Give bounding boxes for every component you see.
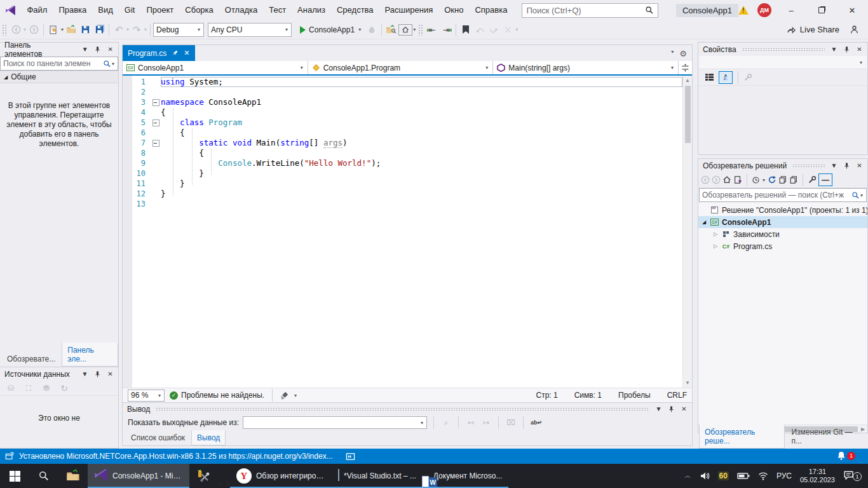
tab-program-cs[interactable]: Program.cs ✕ [123, 45, 195, 61]
properties-object-dropdown[interactable]: ▾ [699, 56, 867, 69]
output-source-dropdown[interactable]: ▾ [243, 416, 427, 429]
volume-icon[interactable] [700, 471, 710, 481]
alphabetical-sort-icon[interactable]: AZ↓ [719, 71, 733, 84]
back-icon[interactable] [701, 175, 710, 184]
fold-collapse-icon[interactable] [152, 138, 161, 148]
start-debugging-button[interactable]: ConsoleApp1 ▾ [297, 22, 365, 37]
undo-icon[interactable]: ↶ [112, 22, 126, 37]
navigate-forward-icon[interactable] [27, 22, 41, 37]
navigate-backward-icon[interactable] [9, 22, 23, 37]
search-options-caret[interactable]: ▾ [111, 61, 115, 67]
live-share-button[interactable]: Live Share [787, 25, 868, 34]
refresh-icon[interactable]: ↻ [58, 383, 70, 393]
battery-percent[interactable]: 60 [718, 471, 729, 480]
filter-caret[interactable]: ▾ [762, 177, 766, 183]
indent-decrease-icon[interactable]: ⇤ [425, 22, 439, 37]
search-icon[interactable] [103, 60, 111, 68]
code-health-indicator[interactable]: ✓ Проблемы не найдены. [170, 391, 264, 400]
previous-bookmark-icon[interactable]: ⤺ [473, 22, 487, 37]
search-icon[interactable] [851, 191, 860, 200]
menu-item[interactable]: Средства [331, 5, 379, 15]
notifications-bell[interactable]: 1 [836, 451, 863, 463]
close-icon[interactable]: ✕ [679, 405, 689, 412]
open-file-icon[interactable] [64, 22, 78, 37]
code-text[interactable]: static void Main(string[] args) [161, 138, 682, 148]
platform-dropdown[interactable]: Any CPU▾ [208, 23, 292, 37]
taskbar-app-isaac[interactable] [217, 464, 230, 488]
fold-collapse-icon[interactable] [152, 97, 161, 107]
bookmark-caret[interactable]: ▾ [515, 27, 519, 32]
status-message[interactable]: Установлено Microsoft.NETCore.App.Host.w… [19, 452, 333, 461]
code-cleanup-brush-icon[interactable] [280, 391, 288, 400]
code-text[interactable] [161, 87, 682, 97]
code-text[interactable]: class Program [161, 118, 682, 128]
code-text[interactable]: } [161, 189, 682, 199]
code-line[interactable]: 5 class Program [123, 118, 682, 128]
toolbox-search-input[interactable]: Поиск по панели элемен ▾ [0, 57, 118, 71]
pin-icon[interactable] [842, 46, 851, 53]
tab-solution-explorer-docked[interactable]: Обозревате... [1, 351, 61, 367]
configure-data-source-icon[interactable]: ⛶ [23, 384, 34, 393]
save-icon[interactable] [78, 22, 92, 37]
tree-item-deps[interactable]: ▷Зависимости [698, 228, 867, 240]
code-line[interactable]: 13 [123, 199, 682, 209]
find-in-files-icon[interactable] [384, 22, 398, 37]
tray-chevron-icon[interactable]: ︿ [685, 471, 691, 480]
search-icon[interactable] [645, 6, 654, 15]
wifi-icon[interactable] [758, 471, 768, 481]
menu-item[interactable]: Сборка [179, 5, 219, 15]
code-line[interactable]: 10 } [123, 168, 682, 179]
code-line[interactable]: 4{ [123, 107, 682, 118]
tab-error-list[interactable]: Список ошибок [125, 430, 191, 445]
data-sources-title-bar[interactable]: Источники данных ▼ ✕ [0, 367, 118, 381]
code-line[interactable]: 7 static void Main(string[] args) [123, 138, 682, 148]
account-avatar[interactable]: ДМ [757, 3, 771, 17]
expand-arrow-icon[interactable]: ▷ [712, 231, 719, 237]
code-line[interactable]: 1using System; [123, 77, 682, 87]
tree-item-project[interactable]: ◢C#ConsoleApp1 [698, 216, 867, 228]
pin-icon[interactable] [93, 46, 102, 53]
code-line[interactable]: 6 { [123, 128, 682, 138]
member-dropdown[interactable]: Main(string[] args)▾ [493, 61, 678, 74]
toolbar-grip[interactable] [2, 24, 7, 36]
code-line[interactable]: 3namespace ConsoleApp1 [123, 97, 682, 107]
toolbox-group-general[interactable]: ◢ Общие [0, 71, 118, 83]
tab-options-gear-icon[interactable]: ⚙ [679, 49, 687, 58]
output-title-bar[interactable]: Вывод ▼ ✕ [123, 403, 692, 416]
pending-changes-filter-icon[interactable] [752, 176, 760, 184]
language-indicator[interactable]: РУС [776, 471, 792, 480]
window-position-caret-icon[interactable]: ▼ [829, 46, 839, 53]
scrollbar-thumb[interactable] [685, 86, 691, 143]
code-text[interactable] [161, 199, 682, 209]
expand-arrow-icon[interactable]: ◢ [701, 219, 707, 225]
window-position-caret-icon[interactable]: ▼ [80, 46, 90, 53]
solution-home-icon[interactable] [398, 24, 412, 36]
menu-item[interactable]: Git [119, 5, 141, 15]
menu-item[interactable]: Анализ [292, 5, 331, 15]
code-text[interactable]: namespace ConsoleApp1 [161, 97, 682, 107]
expand-arrow-icon[interactable]: ▷ [712, 243, 719, 249]
start-button[interactable] [0, 464, 29, 488]
split-editor-button[interactable] [678, 61, 692, 74]
close-tab-icon[interactable]: ✕ [184, 49, 189, 57]
console-icon[interactable] [346, 452, 355, 461]
code-text[interactable]: { [161, 107, 682, 118]
clear-all-icon[interactable]: ⌧ [505, 418, 517, 427]
code-text[interactable]: { [161, 148, 682, 158]
preview-selected-items-icon[interactable]: — [818, 173, 832, 186]
home-icon[interactable] [722, 175, 731, 184]
window-position-caret-icon[interactable]: ▼ [654, 405, 663, 412]
pin-icon[interactable] [667, 405, 676, 413]
categorized-icon[interactable] [702, 70, 716, 85]
find-message-icon[interactable]: ⌕ [440, 418, 452, 427]
editor-vertical-scrollbar[interactable]: ▲ ▼ [682, 76, 692, 388]
next-message-icon[interactable]: ↦ [480, 418, 492, 427]
menu-item[interactable]: Тест [263, 5, 292, 15]
minimize-button[interactable]: – [780, 1, 802, 19]
menu-item[interactable]: Справка [469, 5, 513, 15]
taskbar-app-word[interactable]: WДокумент Microso... [423, 464, 509, 488]
code-line[interactable]: 11 } [123, 179, 682, 189]
solution-search-input[interactable]: Обозреватель решений — поиск (Ctrl+ж ▾ [699, 188, 867, 202]
properties-wrench-icon[interactable] [808, 175, 817, 184]
code-text[interactable]: using System; [161, 77, 682, 87]
